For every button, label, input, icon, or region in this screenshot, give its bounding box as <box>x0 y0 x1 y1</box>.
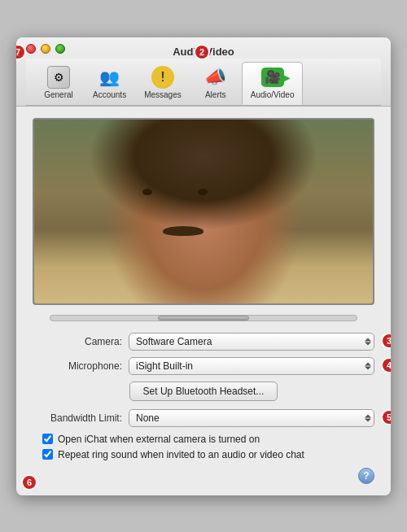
camera-select[interactable]: Software Camera iSight <box>129 333 374 351</box>
microphone-label: Microphone: <box>33 360 122 372</box>
preview-scrollbar[interactable] <box>33 313 374 323</box>
checkbox2-row: Repeat ring sound when invited to an aud… <box>33 449 374 460</box>
badge-5: 5 <box>381 409 391 425</box>
alerts-icon: 📣 <box>204 66 227 89</box>
checkbox2-label: Repeat ring sound when invited to an aud… <box>58 449 304 460</box>
tab-general[interactable]: ⚙ General <box>34 63 83 104</box>
help-button[interactable]: ? <box>358 468 374 484</box>
content-area: Camera: Software Camera iSight 3 Microph… <box>16 107 391 495</box>
camera-row: Camera: Software Camera iSight 3 <box>33 333 374 351</box>
tab-audiovideo-label: Audio/Video <box>251 90 295 99</box>
toolbar: ⚙ General 👥 Accounts ! Messages 📣 <box>26 59 381 106</box>
checkbox2[interactable] <box>42 449 53 460</box>
messages-icon: ! <box>151 66 174 89</box>
bandwidth-select[interactable]: None 100 kbps 200 kbps 500 kbps <box>129 409 374 427</box>
audiovideo-icon: 🎥 <box>261 66 284 89</box>
microphone-row: Microphone: iSight Built-in None 4 <box>33 357 374 375</box>
microphone-select[interactable]: iSight Built-in None <box>129 357 374 375</box>
tab-alerts-label: Alerts <box>205 90 226 99</box>
tab-messages-label: Messages <box>144 90 182 99</box>
tab-accounts-label: Accounts <box>93 90 126 99</box>
camera-select-wrapper: Software Camera iSight <box>129 333 374 351</box>
bandwidth-row: Bandwidth Limit: None 100 kbps 200 kbps … <box>33 409 374 427</box>
badge-2: 2 <box>194 44 210 60</box>
bandwidth-label: Bandwidth Limit: <box>33 412 122 424</box>
scrollbar-thumb[interactable] <box>158 316 250 321</box>
microphone-select-wrapper: iSight Built-in None <box>129 357 374 375</box>
tab-audiovideo[interactable]: 🎥 Audio/Video <box>242 62 304 105</box>
tab-general-label: General <box>44 90 73 99</box>
badge-6: 6 <box>21 474 37 491</box>
checkbox1-row: Open iChat when external camera is turne… <box>33 434 374 445</box>
checkbox1[interactable] <box>42 434 53 444</box>
badge-4: 4 <box>381 357 391 373</box>
general-icon: ⚙ <box>47 66 70 89</box>
bottom-row: ? 6 <box>33 464 374 484</box>
camera-feed <box>34 120 373 303</box>
badge-3: 3 <box>381 333 391 349</box>
checkbox1-label: Open iChat when external camera is turne… <box>58 434 260 445</box>
scrollbar-track <box>50 315 357 321</box>
tab-alerts[interactable]: 📣 Alerts <box>191 63 240 104</box>
camera-preview <box>33 118 374 305</box>
preferences-window: 7 2 Audio/Video ⚙ General 👥 Accounts <box>16 37 391 495</box>
camera-label: Camera: <box>33 336 122 347</box>
bandwidth-select-wrapper: None 100 kbps 200 kbps 500 kbps <box>129 409 374 427</box>
setup-bluetooth-button[interactable]: Set Up Bluetooth Headset... <box>129 382 278 401</box>
setup-btn-row: Set Up Bluetooth Headset... <box>33 382 374 401</box>
accounts-icon: 👥 <box>98 66 121 89</box>
tab-accounts[interactable]: 👥 Accounts <box>85 63 134 104</box>
tab-messages[interactable]: ! Messages <box>136 63 190 104</box>
